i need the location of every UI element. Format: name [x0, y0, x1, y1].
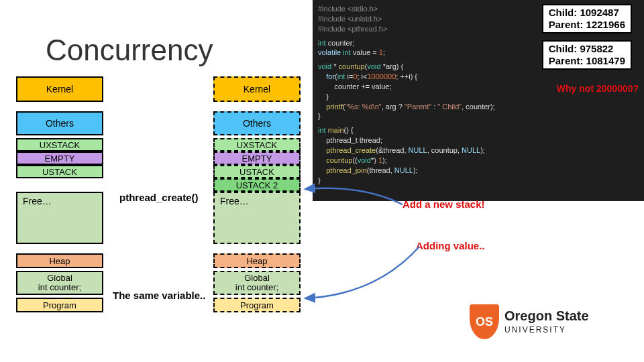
- block-heap: Heap: [16, 253, 103, 268]
- block-ustack2: USTACK 2: [213, 178, 301, 192]
- label-why-not: Why not 2000000?: [557, 83, 639, 94]
- arrow-adding-value: [295, 235, 429, 308]
- block-program: Program: [16, 298, 103, 312]
- block-kernel-2: Kernel: [213, 76, 301, 102]
- logo-oregon-state: OS Oregon State UNIVERSITY: [470, 302, 624, 342]
- block-ustack: USTACK: [16, 165, 103, 178]
- label-adding-value: Adding value..: [416, 240, 485, 251]
- block-uxstack: UXSTACK: [16, 138, 103, 152]
- block-free: Free…: [16, 192, 103, 244]
- output-line: Child: 1092487: [549, 7, 625, 19]
- block-global: Global int counter;: [16, 271, 103, 295]
- block-empty: EMPTY: [16, 152, 103, 165]
- block-empty-2: EMPTY: [213, 152, 301, 165]
- output-line: Parent: 1221966: [549, 19, 625, 31]
- block-global-2: Global int counter;: [213, 271, 301, 295]
- label-pthread-create: pthread_create(): [119, 192, 199, 203]
- memory-column-after: Kernel Others UXSTACK EMPTY USTACK USTAC…: [213, 76, 301, 312]
- label-same-variable: The same variable..: [113, 290, 205, 301]
- logo-text: Oregon State UNIVERSITY: [504, 309, 589, 335]
- output-box-2: Child: 975822 Parent: 1081479: [542, 40, 632, 70]
- block-kernel: Kernel: [16, 76, 103, 102]
- output-line: Parent: 1081479: [549, 55, 625, 67]
- block-heap-2: Heap: [213, 253, 301, 268]
- page-title: Concurrency: [46, 34, 213, 67]
- block-ustack-2: USTACK: [213, 165, 301, 178]
- block-free-2: Free…: [213, 192, 301, 244]
- logo-shield-icon: OS: [470, 304, 499, 339]
- block-others: Others: [16, 111, 103, 135]
- block-program-2: Program: [213, 298, 301, 312]
- block-others-2: Others: [213, 111, 301, 135]
- output-box-1: Child: 1092487 Parent: 1221966: [542, 4, 632, 34]
- output-line: Child: 975822: [549, 43, 625, 55]
- code-line: #include <unistd.h>: [318, 15, 382, 23]
- code-line: #include <stdio.h>: [318, 5, 378, 13]
- code-line: #include <pthread.h>: [318, 25, 387, 33]
- block-uxstack-2: UXSTACK: [213, 138, 301, 152]
- label-add-stack: Add a new stack!: [402, 198, 485, 210]
- memory-column-before: Kernel Others UXSTACK EMPTY USTACK Free……: [16, 76, 103, 312]
